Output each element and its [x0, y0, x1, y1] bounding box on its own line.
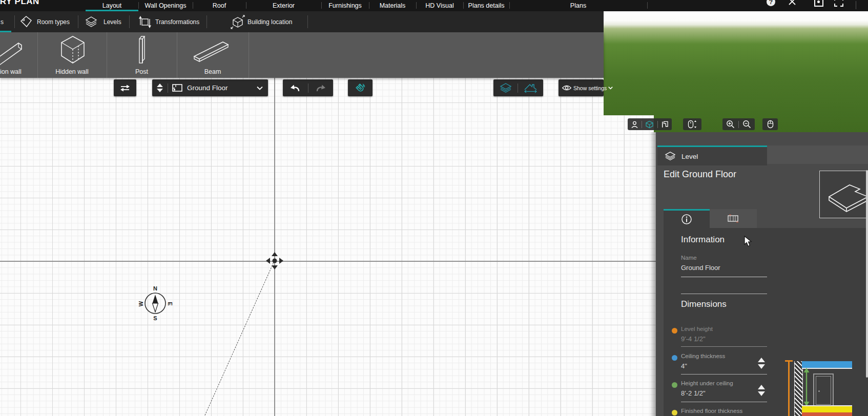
tab-hd-visual[interactable]: HD Visual — [416, 2, 463, 10]
transform-icon — [138, 15, 152, 29]
post-icon — [137, 35, 147, 65]
magnet-icon — [354, 82, 366, 94]
canvas-vertical-axis — [274, 78, 275, 416]
ceiling-thickness-stepper[interactable] — [758, 358, 765, 369]
zoom-group — [722, 118, 755, 130]
panel-scrollbar[interactable] — [866, 170, 868, 378]
floorplan-canvas[interactable]: N S W E — [0, 78, 656, 416]
tab-layout[interactable]: Layout — [86, 2, 138, 10]
titlebar-divider — [856, 1, 856, 9]
level-height-line — [788, 361, 790, 416]
tab-level-label: Level — [681, 153, 698, 160]
ceiling-bar — [802, 361, 852, 368]
tag-icon — [19, 15, 33, 29]
tab-roof[interactable]: Roof — [193, 2, 246, 10]
dimensions-heading: Dimensions — [681, 299, 727, 309]
level-selector-dropdown[interactable]: Ground Floor — [152, 79, 268, 96]
panel-edge-shadow — [650, 132, 656, 416]
zoom-out-icon[interactable] — [742, 120, 751, 129]
tab-furnishings[interactable]: Furnishings — [321, 2, 369, 10]
mouse-scroll-icon — [688, 120, 697, 129]
orbit-3d-icon[interactable] — [645, 120, 654, 129]
chevron-down-icon — [608, 86, 613, 90]
tab-materials[interactable]: Materials — [369, 2, 416, 10]
undo-icon[interactable] — [289, 84, 301, 92]
info-icon — [681, 214, 692, 225]
close-icon[interactable] — [788, 0, 796, 6]
door-handle — [818, 390, 820, 392]
active-item-underline — [0, 31, 11, 32]
dimension-dot — [672, 382, 677, 388]
tool-label: Post — [107, 68, 177, 75]
fullscreen-icon[interactable] — [834, 0, 843, 7]
show-settings-label: Show settings — [573, 85, 607, 91]
finished-floor-thickness-label: Finished floor thickness — [681, 408, 742, 414]
floor-bar — [802, 406, 852, 412]
help-button[interactable]: ? — [767, 0, 775, 6]
stepper-down-icon[interactable] — [758, 391, 765, 396]
tab-level[interactable]: Level — [657, 145, 767, 165]
tab-wall-openings[interactable]: Wall Openings — [138, 2, 193, 10]
stepper-up-icon[interactable] — [758, 358, 765, 362]
tab-wall-sections[interactable] — [710, 209, 757, 228]
partition-wall-icon — [0, 36, 26, 66]
swap-arrows-icon — [119, 84, 131, 92]
door-illustration — [813, 373, 834, 407]
snapshot-button[interactable] — [814, 0, 823, 7]
tab-plans-details[interactable]: Plans details — [463, 2, 509, 10]
ribbon-item-label: Transformations — [155, 18, 199, 26]
wall-tools-toolbar: ion wall Hidden wall Post — [0, 32, 604, 78]
reorder-levels-button[interactable] — [114, 79, 136, 96]
dimension-dot — [672, 328, 677, 334]
dimension-dot — [672, 355, 677, 361]
tab-exterior[interactable]: Exterior — [246, 2, 321, 10]
undo-redo-group — [283, 79, 333, 96]
origin-move-marker[interactable] — [264, 251, 285, 271]
show-settings-button[interactable]: Show settings — [559, 79, 604, 96]
ribbon-item-label: Levels — [104, 18, 121, 26]
tool-hidden-wall[interactable]: Hidden wall — [37, 32, 107, 78]
height-under-ceiling-input[interactable]: 8'-2 1/2" — [681, 389, 706, 397]
subfloor-bar — [802, 412, 852, 416]
height-under-ceiling-underline — [681, 402, 767, 402]
tool-partition-wall[interactable]: ion wall — [0, 32, 37, 78]
roof-view-icon[interactable] — [524, 83, 538, 93]
level-height-underline — [681, 346, 767, 347]
information-heading: Information — [681, 235, 725, 245]
active-tab-underline — [86, 10, 138, 11]
mouse-scroll-button[interactable] — [683, 118, 701, 130]
redo-icon[interactable] — [315, 84, 327, 92]
project-title: ORY PLAN — [0, 0, 39, 7]
tool-post[interactable]: Post — [107, 32, 177, 78]
height-under-ceiling-label: Height under ceiling — [681, 380, 733, 386]
ceiling-thickness-input[interactable]: 4" — [681, 362, 687, 370]
level-spinner[interactable] — [157, 84, 163, 92]
height-under-ceiling-stepper[interactable] — [758, 385, 765, 396]
hidden-wall-icon — [59, 35, 86, 65]
elevation-view-icon[interactable] — [661, 120, 669, 129]
preview-3d-viewport[interactable] — [604, 11, 868, 132]
person-view-icon[interactable] — [631, 120, 638, 129]
name-input[interactable]: Ground Floor — [681, 264, 720, 272]
svg-text:E: E — [167, 302, 173, 305]
stepper-down-icon[interactable] — [758, 364, 765, 369]
level-edit-panel: Level Edit Ground Floor — [656, 132, 868, 416]
svg-text:N: N — [153, 285, 157, 292]
magnetism-toggle-button[interactable] — [348, 79, 373, 96]
stepper-up-icon[interactable] — [758, 385, 765, 389]
tab-plans[interactable]: Plans — [509, 2, 647, 10]
levels-view-icon[interactable] — [499, 82, 512, 94]
level-thumbnail — [819, 171, 868, 218]
panel-title: Edit Ground Floor — [664, 169, 736, 180]
mouse-settings-button[interactable] — [762, 118, 778, 130]
tool-beam[interactable]: Beam — [177, 32, 249, 78]
floor-slab-icon — [820, 171, 868, 217]
zoom-in-icon[interactable] — [726, 120, 735, 129]
tool-label: Beam — [177, 68, 249, 75]
partial-item-label[interactable]: s — [1, 18, 4, 26]
view-mode-group — [628, 118, 672, 130]
floor-plan-icon — [172, 84, 182, 92]
height-arrow — [802, 368, 811, 406]
dimension-dot — [672, 410, 677, 415]
tab-information[interactable] — [664, 209, 710, 228]
